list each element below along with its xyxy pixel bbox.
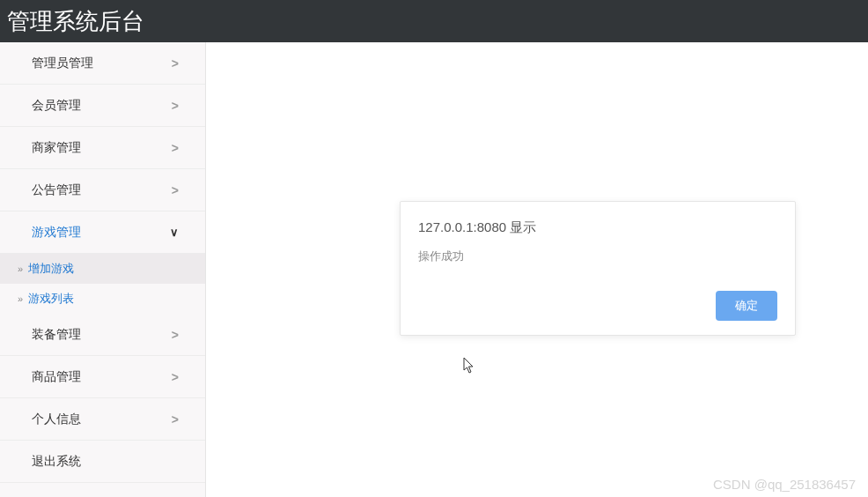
menu-label: 商品管理 <box>32 369 81 385</box>
chevron-down-icon: ∨ <box>170 226 179 239</box>
sidebar-item-product-mgmt[interactable]: 商品管理 > <box>0 356 205 398</box>
submenu-label: 游戏列表 <box>28 291 74 307</box>
sidebar: 管理员管理 > 会员管理 > 商家管理 > 公告管理 > 游戏管理 ∨ » 增加… <box>0 42 206 497</box>
submenu-label: 增加游戏 <box>28 261 74 277</box>
sidebar-item-profile[interactable]: 个人信息 > <box>0 398 205 441</box>
chevron-right-icon: > <box>172 183 179 197</box>
confirm-button[interactable]: 确定 <box>716 291 777 321</box>
sidebar-item-equipment-mgmt[interactable]: 装备管理 > <box>0 314 205 356</box>
sidebar-item-admin-mgmt[interactable]: 管理员管理 > <box>0 42 205 85</box>
chevron-right-icon: > <box>172 370 179 384</box>
submenu-game: » 增加游戏 » 游戏列表 <box>0 254 205 314</box>
double-chevron-icon: » <box>18 293 23 304</box>
menu-label: 商家管理 <box>32 140 81 156</box>
app-title: 管理系统后台 <box>7 6 144 37</box>
sidebar-item-merchant-mgmt[interactable]: 商家管理 > <box>0 127 205 169</box>
menu-label: 装备管理 <box>32 327 81 343</box>
content-area: 127.0.0.1:8080 显示 操作成功 确定 <box>206 42 868 497</box>
chevron-right-icon: > <box>172 99 179 113</box>
menu-label: 公告管理 <box>32 182 81 198</box>
menu-label: 退出系统 <box>32 454 81 470</box>
double-chevron-icon: » <box>18 263 23 274</box>
sidebar-item-game-mgmt[interactable]: 游戏管理 ∨ <box>0 211 205 254</box>
app-header: 管理系统后台 <box>0 0 868 42</box>
menu-label: 游戏管理 <box>32 225 81 241</box>
dialog-message: 操作成功 <box>418 248 777 264</box>
sidebar-item-logout[interactable]: 退出系统 <box>0 441 205 483</box>
alert-dialog: 127.0.0.1:8080 显示 操作成功 确定 <box>400 201 796 336</box>
dialog-actions: 确定 <box>418 291 777 321</box>
main-layout: 管理员管理 > 会员管理 > 商家管理 > 公告管理 > 游戏管理 ∨ » 增加… <box>0 42 868 497</box>
chevron-right-icon: > <box>172 412 179 427</box>
menu-label: 个人信息 <box>32 412 81 427</box>
menu-label: 会员管理 <box>32 98 81 114</box>
submenu-item-game-list[interactable]: » 游戏列表 <box>0 284 205 314</box>
chevron-right-icon: > <box>172 141 179 155</box>
menu-label: 管理员管理 <box>32 56 93 71</box>
chevron-right-icon: > <box>172 56 179 70</box>
chevron-right-icon: > <box>172 328 179 342</box>
dialog-title: 127.0.0.1:8080 显示 <box>418 219 777 236</box>
sidebar-item-notice-mgmt[interactable]: 公告管理 > <box>0 169 205 211</box>
sidebar-item-member-mgmt[interactable]: 会员管理 > <box>0 85 205 127</box>
submenu-item-add-game[interactable]: » 增加游戏 <box>0 254 205 284</box>
